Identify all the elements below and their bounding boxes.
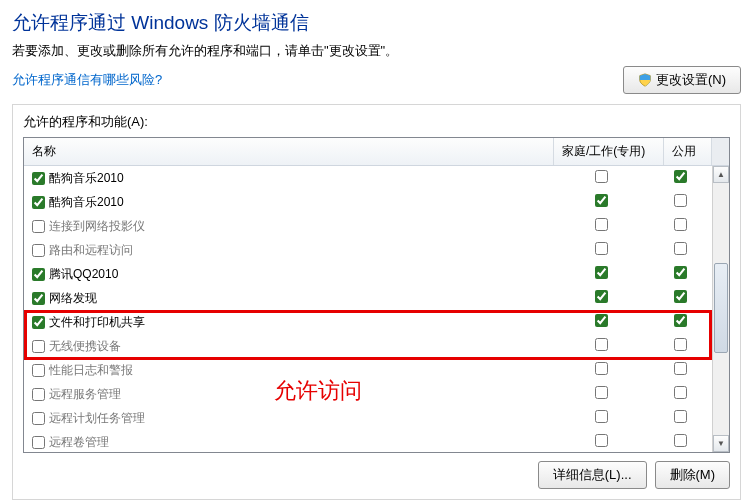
row-enable-checkbox[interactable] <box>32 244 45 257</box>
list-body: 酷狗音乐2010酷狗音乐2010连接到网络投影仪路由和远程访问腾讯QQ2010网… <box>24 166 729 452</box>
table-row[interactable]: 网络发现 <box>24 286 729 310</box>
scroll-down-button[interactable]: ▼ <box>713 435 729 452</box>
row-name-label: 性能日志和警报 <box>49 362 133 379</box>
row-name-label: 路由和远程访问 <box>49 242 133 259</box>
row-name-label: 连接到网络投影仪 <box>49 218 145 235</box>
allowed-programs-frame: 允许的程序和功能(A): 名称 家庭/工作(专用) 公用 酷狗音乐2010酷狗音… <box>12 104 741 500</box>
row-name-label: 远程服务管理 <box>49 386 121 403</box>
risk-link[interactable]: 允许程序通信有哪些风险? <box>12 71 162 89</box>
page-title: 允许程序通过 Windows 防火墙通信 <box>12 10 741 36</box>
row-public-checkbox[interactable] <box>674 314 687 327</box>
shield-icon <box>638 73 652 87</box>
row-enable-checkbox[interactable] <box>32 196 45 209</box>
row-enable-checkbox[interactable] <box>32 172 45 185</box>
table-row[interactable]: 远程计划任务管理 <box>24 406 729 430</box>
row-home-checkbox[interactable] <box>595 170 608 183</box>
row-enable-checkbox[interactable] <box>32 364 45 377</box>
change-settings-label: 更改设置(N) <box>656 71 726 89</box>
row-enable-checkbox[interactable] <box>32 388 45 401</box>
row-public-checkbox[interactable] <box>674 338 687 351</box>
row-enable-checkbox[interactable] <box>32 412 45 425</box>
delete-button[interactable]: 删除(M) <box>655 461 731 489</box>
column-header-public[interactable]: 公用 <box>664 138 712 165</box>
table-row[interactable]: 路由和远程访问 <box>24 238 729 262</box>
table-row[interactable]: 无线便携设备 <box>24 334 729 358</box>
row-home-checkbox[interactable] <box>595 362 608 375</box>
row-enable-checkbox[interactable] <box>32 292 45 305</box>
row-home-checkbox[interactable] <box>595 314 608 327</box>
row-public-checkbox[interactable] <box>674 386 687 399</box>
row-enable-checkbox[interactable] <box>32 436 45 449</box>
row-name-label: 腾讯QQ2010 <box>49 266 118 283</box>
row-public-checkbox[interactable] <box>674 242 687 255</box>
row-home-checkbox[interactable] <box>595 290 608 303</box>
row-public-checkbox[interactable] <box>674 362 687 375</box>
scrollbar[interactable]: ▲ ▼ <box>712 166 729 452</box>
row-enable-checkbox[interactable] <box>32 268 45 281</box>
row-home-checkbox[interactable] <box>595 194 608 207</box>
details-button[interactable]: 详细信息(L)... <box>538 461 647 489</box>
row-name-label: 远程计划任务管理 <box>49 410 145 427</box>
table-row[interactable]: 远程卷管理 <box>24 430 729 452</box>
row-public-checkbox[interactable] <box>674 170 687 183</box>
row-home-checkbox[interactable] <box>595 242 608 255</box>
row-public-checkbox[interactable] <box>674 290 687 303</box>
row-name-label: 文件和打印机共享 <box>49 314 145 331</box>
row-name-label: 网络发现 <box>49 290 97 307</box>
row-home-checkbox[interactable] <box>595 338 608 351</box>
row-public-checkbox[interactable] <box>674 434 687 447</box>
scroll-thumb[interactable] <box>714 263 728 353</box>
column-header-scroll-spacer <box>712 138 729 165</box>
row-name-label: 酷狗音乐2010 <box>49 170 124 187</box>
row-name-label: 酷狗音乐2010 <box>49 194 124 211</box>
table-row[interactable]: 性能日志和警报 <box>24 358 729 382</box>
row-name-label: 无线便携设备 <box>49 338 121 355</box>
frame-label: 允许的程序和功能(A): <box>23 113 730 131</box>
column-header-name[interactable]: 名称 <box>24 138 554 165</box>
change-settings-button[interactable]: 更改设置(N) <box>623 66 741 94</box>
row-public-checkbox[interactable] <box>674 218 687 231</box>
table-row[interactable]: 文件和打印机共享 <box>24 310 729 334</box>
table-row[interactable]: 酷狗音乐2010 <box>24 190 729 214</box>
column-header-home[interactable]: 家庭/工作(专用) <box>554 138 664 165</box>
page-subtitle: 若要添加、更改或删除所有允许的程序和端口，请单击"更改设置"。 <box>12 42 741 60</box>
table-row[interactable]: 连接到网络投影仪 <box>24 214 729 238</box>
scroll-track[interactable] <box>713 183 729 435</box>
scroll-up-button[interactable]: ▲ <box>713 166 729 183</box>
programs-list: 名称 家庭/工作(专用) 公用 酷狗音乐2010酷狗音乐2010连接到网络投影仪… <box>23 137 730 453</box>
row-enable-checkbox[interactable] <box>32 220 45 233</box>
row-public-checkbox[interactable] <box>674 410 687 423</box>
row-home-checkbox[interactable] <box>595 434 608 447</box>
row-public-checkbox[interactable] <box>674 266 687 279</box>
row-home-checkbox[interactable] <box>595 386 608 399</box>
table-row[interactable]: 酷狗音乐2010 <box>24 166 729 190</box>
row-home-checkbox[interactable] <box>595 218 608 231</box>
table-row[interactable]: 远程服务管理 <box>24 382 729 406</box>
row-home-checkbox[interactable] <box>595 410 608 423</box>
row-home-checkbox[interactable] <box>595 266 608 279</box>
table-row[interactable]: 腾讯QQ2010 <box>24 262 729 286</box>
row-enable-checkbox[interactable] <box>32 340 45 353</box>
list-header: 名称 家庭/工作(专用) 公用 <box>24 138 729 166</box>
row-public-checkbox[interactable] <box>674 194 687 207</box>
row-name-label: 远程卷管理 <box>49 434 109 451</box>
row-enable-checkbox[interactable] <box>32 316 45 329</box>
